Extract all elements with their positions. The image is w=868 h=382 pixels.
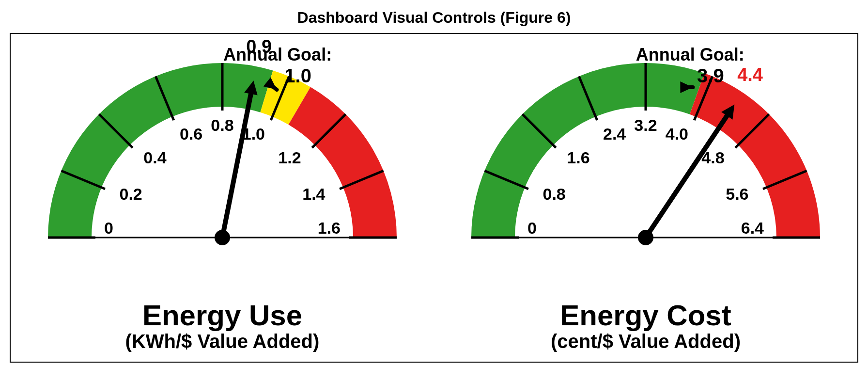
gauges-row: 00.20.40.60.81.01.21.41.60.9Annual Goal:… bbox=[11, 34, 857, 362]
annual-goal-value: 3.9 bbox=[697, 65, 724, 86]
gauge-tick-label: 1.6 bbox=[318, 219, 341, 237]
gauge-tick-label: 0.8 bbox=[543, 185, 566, 203]
gauge-value-label: 4.4 bbox=[737, 64, 763, 85]
gauge-caption-energy-cost: Energy Cost (cent/$ Value Added) bbox=[434, 300, 857, 352]
gauge-hub bbox=[215, 230, 230, 245]
gauge-zone bbox=[289, 87, 397, 238]
gauge-tick-label: 1.4 bbox=[302, 185, 325, 203]
gauge-tick-label: 0.6 bbox=[180, 125, 202, 143]
gauge-tick-label: 2.4 bbox=[603, 125, 626, 143]
gauge-tick-label: 1.6 bbox=[567, 148, 589, 167]
gauge-hub bbox=[638, 230, 653, 245]
gauge-tick-label: 4.0 bbox=[666, 125, 688, 143]
gauge-tick-label: 0.4 bbox=[143, 148, 166, 167]
gauge-energy-use: 00.20.40.60.81.01.21.41.60.9Annual Goal:… bbox=[11, 34, 434, 362]
gauge-tick-label: 0.2 bbox=[120, 185, 142, 203]
gauge-svg-energy-use: 00.20.40.60.81.01.21.41.60.9Annual Goal:… bbox=[24, 34, 421, 257]
gauge-title: Energy Use bbox=[11, 300, 434, 331]
gauge-tick-label: 1.2 bbox=[278, 148, 301, 167]
gauge-tick-label: 3.2 bbox=[634, 116, 657, 134]
gauge-tick-label: 6.4 bbox=[741, 219, 764, 237]
gauge-title: Energy Cost bbox=[434, 300, 857, 331]
gauge-unit: (KWh/$ Value Added) bbox=[11, 331, 434, 352]
gauge-unit: (cent/$ Value Added) bbox=[434, 331, 857, 352]
gauge-tick-label: 5.6 bbox=[726, 185, 748, 203]
figure-title: Dashboard Visual Controls (Figure 6) bbox=[0, 0, 868, 32]
gauge-tick-label: 0 bbox=[527, 219, 537, 237]
figure-root: Dashboard Visual Controls (Figure 6) 00.… bbox=[0, 0, 868, 382]
annual-goal-label: Annual Goal: bbox=[223, 45, 332, 64]
figure-frame: 00.20.40.60.81.01.21.41.60.9Annual Goal:… bbox=[10, 33, 858, 363]
gauge-tick-label: 0.8 bbox=[211, 116, 233, 134]
gauge-energy-cost: 00.81.62.43.24.04.85.66.44.4Annual Goal:… bbox=[434, 34, 857, 362]
annual-goal-label: Annual Goal: bbox=[636, 45, 744, 64]
gauge-tick-label: 0 bbox=[104, 219, 113, 237]
gauge-caption-energy-use: Energy Use (KWh/$ Value Added) bbox=[11, 300, 434, 352]
gauge-svg-energy-cost: 00.81.62.43.24.04.85.66.44.4Annual Goal:… bbox=[447, 34, 844, 257]
annual-goal-value: 1.0 bbox=[284, 65, 311, 86]
